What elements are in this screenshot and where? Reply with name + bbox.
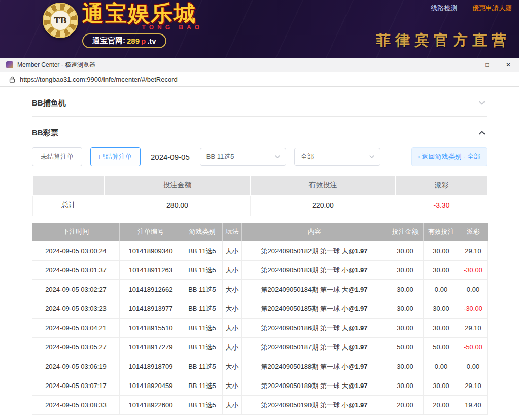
cell-order-no: 101418909340 [120, 241, 182, 261]
brand-block: 通宝娱乐城 TONG BAO 通宝官网: 289p.tv [82, 2, 203, 48]
screen: TB 通宝娱乐城 TONG BAO 通宝官网: 289p.tv 线路检测 優惠申… [0, 0, 519, 420]
bet-table-header-row: 下注时间 注单编号 游戏类别 玩法 内容 投注金额 有效投注 派彩 [32, 223, 488, 241]
cell-play-type: 大小 [223, 338, 242, 357]
cell-valid-bet: 0.00 [424, 357, 459, 376]
section-fishing[interactable]: BB捕鱼机 [32, 87, 487, 117]
cell-game-type: BB 11选5 [182, 299, 223, 319]
cell-bet-time: 2024-09-05 03:05:27 [32, 338, 120, 357]
content-text: 第202409050182期 第一球 大 [261, 247, 349, 255]
table-row: 2024-09-05 03:07:17101418920459BB 11选5大小… [32, 376, 488, 396]
site-url-part1: 289 [127, 37, 140, 45]
cell-play-type: 大小 [223, 241, 242, 261]
chevron-up-icon[interactable] [477, 128, 487, 138]
cell-bet-amount: 20.00 [387, 396, 424, 415]
site-label: 通宝官网: [92, 36, 125, 46]
maximize-button[interactable]: □ [476, 58, 498, 72]
lock-icon [9, 76, 15, 83]
summary-bet-amount: 280.00 [105, 195, 250, 216]
bet-record-page: BB捕鱼机 BB彩票 未结算注单 已结算注单 2024-09-05 BB 11选… [0, 87, 519, 420]
cell-bet-time: 2024-09-05 03:02:27 [32, 280, 120, 299]
header-bet-time: 下注时间 [32, 223, 120, 241]
brand-chip-logo: TB [43, 3, 78, 38]
cell-bet-time: 2024-09-05 03:08:33 [32, 396, 120, 415]
cell-game-type: BB 11选5 [182, 338, 223, 357]
bet-type-select[interactable]: 全部 [294, 148, 380, 166]
cell-play-type: 大小 [223, 261, 242, 280]
game-type-select[interactable]: BB 11选5 [200, 148, 286, 166]
cell-play-type: 大小 [223, 396, 242, 415]
cell-order-no: 101418917279 [120, 338, 182, 357]
content-odds: @1.97 [349, 401, 368, 409]
section-lottery[interactable]: BB彩票 [32, 117, 487, 140]
cell-game-type: BB 11选5 [182, 241, 223, 261]
cell-game-type: BB 11选5 [182, 357, 223, 376]
table-row: 2024-09-05 03:00:24101418909340BB 11选5大小… [32, 241, 488, 261]
cell-content: 第202409050190期 第一球 小@1.97 [242, 396, 387, 415]
table-row: 2024-09-05 03:02:27101418912662BB 11选5大小… [32, 280, 488, 299]
cell-content: 第202409050189期 第一球 大@1.97 [242, 376, 387, 396]
cell-order-no: 101418913977 [120, 299, 182, 319]
summary-payout: -3.30 [396, 195, 488, 216]
chevron-down-icon [369, 154, 375, 160]
cell-game-type: BB 11选5 [182, 261, 223, 280]
bet-type-select-value: 全部 [301, 152, 314, 161]
summary-table: 投注金额 有效投注 派彩 总计 280.00 220.00 -3.30 [32, 174, 488, 216]
summary-header-bet-amount: 投注金额 [105, 175, 250, 195]
settled-bets-button[interactable]: 已结算注单 [90, 147, 141, 166]
line-check-link[interactable]: 线路检测 [431, 4, 457, 13]
summary-total-label: 总计 [32, 195, 105, 216]
cell-bet-amount: 30.00 [387, 280, 424, 299]
cell-content: 第202409050183期 第一球 小@1.97 [242, 261, 387, 280]
bet-record-table: 下注时间 注单编号 游戏类别 玩法 内容 投注金额 有效投注 派彩 2024-0… [32, 223, 488, 415]
cell-content: 第202409050185期 第一球 小@1.97 [242, 299, 387, 319]
browser-addressbar: https://tongbao31.com:9900/infe/mcenter/… [0, 72, 519, 87]
table-row: 2024-09-05 03:01:37101418911263BB 11选5大小… [32, 261, 488, 280]
cell-game-type: BB 11选5 [182, 280, 223, 299]
minimize-button[interactable]: ─ [455, 58, 476, 72]
cell-play-type: 大小 [223, 357, 242, 376]
filter-bar: 未结算注单 已结算注单 2024-09-05 BB 11选5 全部 ‹ 返回游戏… [32, 147, 487, 166]
cell-payout: 29.10 [459, 319, 488, 338]
content-odds: @1.97 [349, 382, 368, 390]
window-controls: ─ □ ✕ [455, 58, 519, 72]
date-filter[interactable]: 2024-09-05 [151, 153, 190, 161]
cell-bet-amount: 30.00 [387, 376, 424, 396]
window-title: Member Center - 极速浏览器 [17, 61, 95, 69]
cell-payout: 0.00 [459, 357, 488, 376]
cell-bet-amount: 30.00 [387, 299, 424, 319]
content-odds: @1.97 [349, 324, 368, 332]
close-button[interactable]: ✕ [498, 58, 519, 72]
cell-valid-bet: 30.00 [424, 241, 459, 261]
cell-order-no: 101418922600 [120, 396, 182, 415]
table-row: 2024-09-05 03:03:23101418913977BB 11选5大小… [32, 299, 488, 319]
game-type-select-value: BB 11选5 [206, 152, 234, 161]
unsettled-bets-button[interactable]: 未结算注单 [32, 147, 82, 166]
official-site-pill: 通宝官网: 289p.tv [82, 33, 166, 48]
back-to-game-category-button[interactable]: ‹ 返回游戏类别 - 全部 [411, 147, 488, 166]
table-row: 2024-09-05 03:04:21101418915510BB 11选5大小… [32, 319, 488, 338]
content-text: 第202409050185期 第一球 小 [261, 305, 349, 312]
content-text: 第202409050187期 第一球 大 [261, 343, 349, 351]
content-odds: @1.97 [349, 305, 368, 312]
bet-table-body: 2024-09-05 03:00:24101418909340BB 11选5大小… [32, 241, 488, 415]
section-fishing-title: BB捕鱼机 [32, 98, 66, 108]
cell-order-no: 101418912662 [120, 280, 182, 299]
cell-order-no: 101418918709 [120, 357, 182, 376]
cell-content: 第202409050182期 第一球 大@1.97 [242, 241, 387, 261]
cell-play-type: 大小 [223, 319, 242, 338]
section-lottery-title: BB彩票 [32, 128, 58, 138]
table-row: 2024-09-05 03:06:19101418918709BB 11选5大小… [32, 357, 488, 376]
cell-valid-bet: 30.00 [424, 376, 459, 396]
cell-valid-bet: 30.00 [424, 299, 459, 319]
cell-content: 第202409050187期 第一球 大@1.97 [242, 338, 387, 357]
url-field[interactable]: https://tongbao31.com:9900/infe/mcenter/… [20, 76, 178, 83]
site-banner: TB 通宝娱乐城 TONG BAO 通宝官网: 289p.tv 线路检测 優惠申… [0, 0, 519, 58]
content-text: 第202409050189期 第一球 大 [261, 382, 349, 390]
cell-bet-time: 2024-09-05 03:07:17 [32, 376, 120, 396]
chevron-down-icon[interactable] [477, 98, 487, 108]
table-row: 2024-09-05 03:05:27101418917279BB 11选5大小… [32, 338, 488, 357]
cell-play-type: 大小 [223, 299, 242, 319]
cell-bet-time: 2024-09-05 03:06:19 [32, 357, 120, 376]
cell-bet-amount: 30.00 [387, 261, 424, 280]
promo-apply-link[interactable]: 優惠申請大廳 [472, 4, 512, 13]
